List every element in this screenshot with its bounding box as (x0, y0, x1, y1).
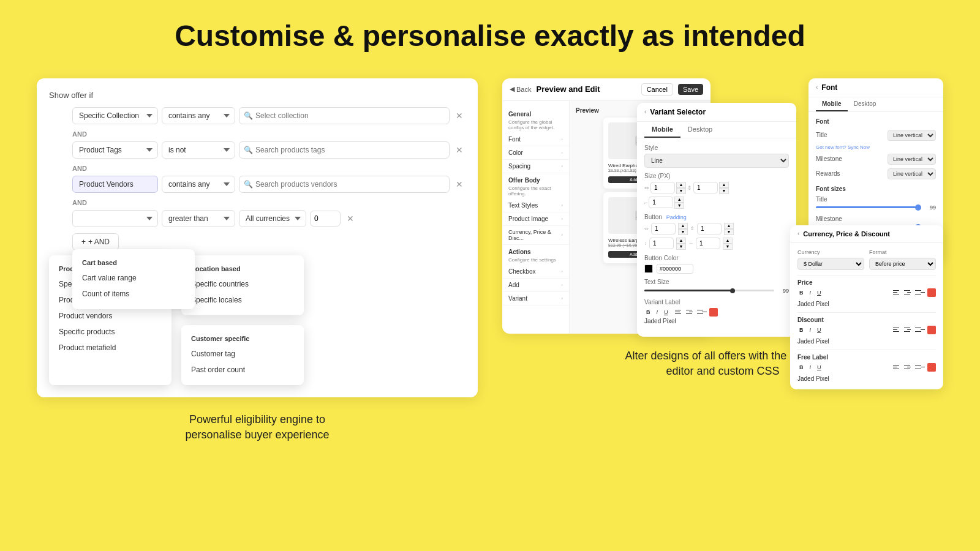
vs-size-w-down[interactable]: ▼ (676, 188, 686, 194)
vs-underline-btn[interactable]: U (662, 309, 670, 316)
vs-align-center[interactable] (686, 308, 696, 317)
vs-size-r-down[interactable]: ▼ (674, 203, 684, 209)
vs-pad-h1-up[interactable]: ▲ (724, 223, 734, 229)
cp-discount-color[interactable] (927, 326, 936, 334)
vs-pad-w2[interactable] (649, 238, 674, 249)
sidebar-checkbox[interactable]: Checkbox › (502, 265, 569, 279)
cp-price-align-l[interactable] (893, 288, 903, 297)
cp-free-align-r[interactable] (915, 363, 925, 372)
cp-discount-align-r[interactable] (915, 326, 925, 334)
cancel-button[interactable]: Cancel (641, 83, 673, 96)
vs-color-swatch[interactable] (644, 264, 653, 273)
vs-pad-w2-down[interactable]: ▼ (676, 244, 686, 250)
vs-size-h-down[interactable]: ▼ (719, 188, 729, 194)
vs-color-input[interactable] (657, 264, 693, 274)
vs-pad-h2-up[interactable]: ▲ (723, 238, 733, 244)
cp-currency-select[interactable]: $ Dollar (797, 258, 864, 270)
field-select-2[interactable]: Product Tags (72, 141, 158, 159)
vs-tab-mobile[interactable]: Mobile (644, 122, 680, 138)
remove-btn-4[interactable]: ✕ (344, 212, 356, 225)
add-and-button[interactable]: + + AND (72, 233, 119, 250)
vs-size-w-up[interactable]: ▲ (676, 182, 686, 188)
font-tab-mobile[interactable]: Mobile (816, 97, 848, 111)
cp-discount-bold[interactable]: B (797, 326, 805, 334)
vs-label-color[interactable] (709, 308, 718, 317)
product-item-5[interactable]: Product metafield (49, 340, 172, 356)
cp-discount-align-c[interactable] (904, 326, 914, 334)
search-input-1[interactable] (239, 107, 450, 124)
cp-price-align-r[interactable] (915, 288, 925, 297)
operator-select-2[interactable]: is not (162, 141, 235, 159)
cp-price-italic[interactable]: I (808, 289, 813, 296)
search-input-2[interactable] (239, 141, 450, 159)
sidebar-variant[interactable]: Variant › (502, 292, 569, 305)
field-select-4[interactable] (72, 210, 158, 227)
cp-free-align-l[interactable] (893, 363, 903, 372)
sidebar-color[interactable]: Color › (502, 146, 569, 160)
font-milestone-select[interactable]: Line vertical (888, 154, 936, 165)
cp-discount-italic[interactable]: I (808, 326, 813, 334)
vs-pad-w1-down[interactable]: ▼ (678, 229, 688, 235)
font-tab-desktop[interactable]: Desktop (848, 97, 883, 111)
sync-now-link[interactable]: Got new font? Sync Now (816, 144, 936, 150)
location-item-1[interactable]: Specific countries (181, 276, 304, 292)
location-item-2[interactable]: Specific locales (181, 292, 304, 308)
remove-btn-3[interactable]: ✕ (453, 178, 466, 190)
vs-size-w[interactable] (650, 182, 675, 193)
sidebar-text-styles[interactable]: Text Styles › (502, 199, 569, 212)
cart-item-1[interactable]: Cart value range (72, 270, 195, 286)
sidebar-spacing[interactable]: Spacing › (502, 160, 569, 173)
product-item-3[interactable]: Product vendors (49, 308, 172, 324)
vs-tab-desktop[interactable]: Desktop (680, 122, 720, 138)
sidebar-font[interactable]: Font › (502, 133, 569, 146)
cp-free-italic[interactable]: I (808, 364, 813, 371)
vs-align-left[interactable] (675, 308, 685, 317)
vs-bold-btn[interactable]: B (644, 309, 652, 316)
currency-select-4[interactable]: All currencies (239, 210, 306, 227)
cp-price-align-c[interactable] (904, 288, 914, 297)
vs-style-select[interactable]: Line (644, 154, 789, 168)
remove-btn-1[interactable]: ✕ (453, 110, 466, 122)
cart-item-2[interactable]: Count of items (72, 286, 195, 302)
vs-size-r[interactable] (649, 197, 673, 208)
field-select-1[interactable]: Specific Collection (72, 107, 158, 124)
vs-slider-track[interactable] (644, 290, 774, 291)
font-title-select[interactable]: Line vertical (888, 130, 936, 141)
cp-price-underline[interactable]: U (815, 289, 823, 296)
cp-price-bold[interactable]: B (797, 289, 805, 296)
remove-btn-2[interactable]: ✕ (453, 144, 466, 156)
cp-free-underline[interactable]: U (815, 364, 823, 371)
save-button[interactable]: Save (678, 84, 703, 95)
vs-pad-w1[interactable] (651, 223, 676, 234)
cp-format-select[interactable]: Before price (869, 258, 936, 270)
customer-item-2[interactable]: Past order count (181, 362, 304, 378)
font-title-slider-track[interactable] (816, 206, 921, 208)
sidebar-add[interactable]: Add › (502, 279, 569, 292)
vs-size-h-up[interactable]: ▲ (719, 182, 729, 188)
vs-align-right[interactable] (697, 308, 707, 317)
back-button[interactable]: ◀ Back (510, 85, 531, 93)
sidebar-currency[interactable]: Currency, Price & Disc... › (502, 226, 569, 245)
cp-free-align-c[interactable] (904, 363, 914, 372)
vs-pad-h2[interactable] (696, 238, 720, 249)
vs-size-h[interactable] (693, 182, 718, 193)
cp-price-color[interactable] (927, 288, 936, 297)
vs-pad-h1-down[interactable]: ▼ (724, 229, 734, 235)
value-input-4[interactable] (310, 211, 341, 227)
search-input-3[interactable] (239, 176, 450, 193)
operator-select-3[interactable]: contains any (162, 176, 235, 193)
operator-select-1[interactable]: contains any (162, 107, 235, 124)
font-rewards-select[interactable]: Line vertical (888, 168, 936, 179)
customer-item-1[interactable]: Customer tag (181, 346, 304, 362)
operator-select-4[interactable]: greater than (162, 210, 235, 227)
field-select-3[interactable]: Product Vendors (72, 176, 158, 193)
vs-italic-btn[interactable]: I (655, 309, 660, 316)
sidebar-product-image[interactable]: Product Image › (502, 212, 569, 226)
product-item-4[interactable]: Specific products (49, 324, 172, 340)
cp-discount-underline[interactable]: U (815, 326, 823, 334)
cp-discount-align-l[interactable] (893, 326, 903, 334)
vs-pad-h1[interactable] (697, 223, 722, 234)
cp-free-color[interactable] (927, 363, 936, 372)
vs-pad-w1-up[interactable]: ▲ (678, 223, 688, 229)
vs-pad-w2-up[interactable]: ▲ (676, 238, 686, 244)
